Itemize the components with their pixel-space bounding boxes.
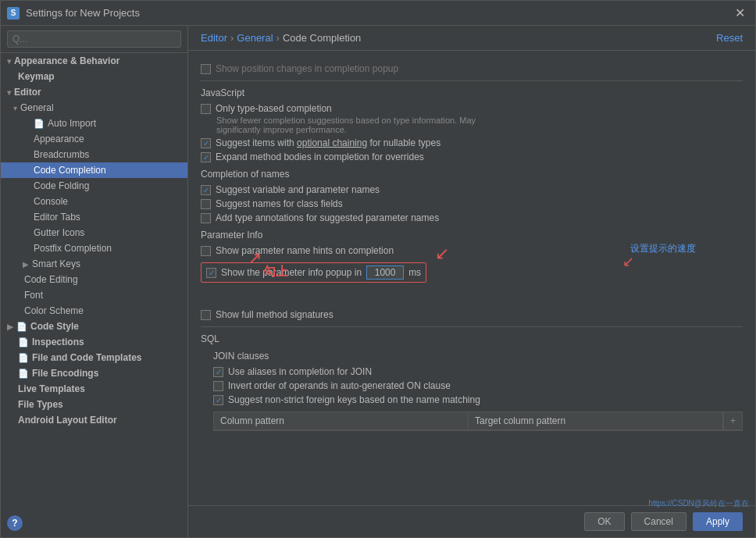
sidebar-label-file-and-code-templates: File and Code Templates bbox=[32, 352, 141, 363]
cancel-button[interactable]: Cancel bbox=[631, 512, 686, 531]
sidebar-item-appearance-behavior[interactable]: ▾Appearance & Behavior bbox=[1, 53, 187, 69]
ok-button[interactable]: OK bbox=[584, 512, 624, 531]
sidebar-item-live-templates[interactable]: Live Templates bbox=[1, 381, 187, 397]
close-button[interactable]: ✕ bbox=[730, 4, 749, 23]
full-method-checkbox[interactable] bbox=[201, 310, 211, 320]
parameter-info-section: Parameter Info bbox=[201, 230, 743, 240]
expand-method-checkbox[interactable] bbox=[201, 152, 211, 162]
tree-icon-code-style: 📄 bbox=[16, 322, 27, 332]
sidebar-label-appearance-behavior: Appearance & Behavior bbox=[14, 55, 119, 66]
type-annotations-row: Add type annotations for suggested param… bbox=[201, 212, 743, 223]
sidebar-item-gutter-icons[interactable]: Gutter Icons bbox=[1, 225, 187, 240]
sidebar-label-smart-keys: Smart Keys bbox=[32, 258, 80, 269]
type-based-row: Only type-based completion bbox=[201, 103, 743, 114]
tree-arrow-code-style: ▶ bbox=[7, 322, 13, 331]
tree-arrow-appearance-behavior: ▾ bbox=[7, 57, 11, 66]
sidebar-item-appearance[interactable]: Appearance bbox=[1, 131, 187, 147]
invert-operands-checkbox[interactable] bbox=[213, 381, 223, 391]
sidebar-label-code-editing: Code Editing bbox=[24, 274, 78, 285]
sidebar-item-editor-tabs[interactable]: Editor Tabs bbox=[1, 209, 187, 225]
param-hints-checkbox[interactable] bbox=[201, 246, 211, 256]
param-popup-input[interactable] bbox=[366, 265, 404, 280]
top-checkbox-row: Show position changes in completion popu… bbox=[201, 63, 743, 74]
class-fields-label: Suggest names for class fields bbox=[216, 198, 343, 209]
col-pattern-header: Column pattern bbox=[214, 412, 469, 429]
search-input[interactable] bbox=[7, 30, 181, 48]
sidebar-label-code-folding: Code Folding bbox=[34, 180, 89, 191]
breadcrumb: Editor › General › Code Completion Reset bbox=[188, 26, 755, 51]
divider-1 bbox=[201, 80, 743, 81]
sidebar-label-file-types: File Types bbox=[18, 399, 63, 410]
tree-icon-file-encodings: 📄 bbox=[18, 369, 29, 379]
sidebar-label-inspections: Inspections bbox=[32, 337, 84, 347]
help-button[interactable]: ? bbox=[7, 515, 23, 531]
full-method-row: Show full method signatures bbox=[201, 309, 743, 320]
sidebar-label-general: General bbox=[20, 102, 54, 113]
sidebar-item-keymap[interactable]: Keymap bbox=[1, 69, 187, 84]
sidebar-label-postfix-completion: Postfix Completion bbox=[34, 243, 112, 254]
sidebar-item-color-scheme[interactable]: Color Scheme bbox=[1, 303, 187, 319]
search-box[interactable] bbox=[1, 26, 187, 53]
type-annotations-checkbox[interactable] bbox=[201, 213, 211, 223]
variable-param-label: Suggest variable and parameter names bbox=[216, 184, 380, 195]
target-col-header: Target column pattern bbox=[469, 412, 723, 429]
sidebar-label-live-templates: Live Templates bbox=[18, 383, 85, 394]
reset-button[interactable]: Reset bbox=[716, 32, 743, 44]
sidebar-item-android-layout-editor[interactable]: Android Layout Editor bbox=[1, 412, 187, 428]
optional-chaining-row: Suggest items with optional chaining for… bbox=[201, 137, 743, 148]
add-row-button[interactable]: + bbox=[723, 412, 742, 429]
bottom-bar: https://CSDN@风铃在一直在 OK Cancel Apply bbox=[188, 505, 755, 537]
non-strict-fk-label: Suggest non-strict foreign keys based on… bbox=[228, 394, 480, 405]
arrow-up-icon: ↗ bbox=[248, 248, 262, 269]
app-icon: S bbox=[7, 7, 20, 20]
main-panel: Editor › General › Code Completion Reset… bbox=[188, 26, 755, 537]
sidebar-item-breadcrumbs[interactable]: Breadcrumbs bbox=[1, 147, 187, 162]
sidebar-label-code-style: Code Style bbox=[30, 321, 79, 332]
sidebar-item-editor[interactable]: ▾Editor bbox=[1, 84, 187, 100]
use-aliases-label: Use aliases in completion for JOIN bbox=[228, 366, 372, 377]
use-aliases-row: Use aliases in completion for JOIN bbox=[213, 366, 743, 377]
settings-tree: ▾Appearance & BehaviorKeymap▾Editor▾Gene… bbox=[1, 53, 187, 428]
sidebar-label-editor: Editor bbox=[14, 87, 41, 98]
optional-chaining-checkbox[interactable] bbox=[201, 138, 211, 148]
apply-button[interactable]: Apply bbox=[693, 512, 743, 531]
sidebar-item-code-completion[interactable]: Code Completion bbox=[1, 162, 187, 178]
sidebar-item-smart-keys[interactable]: ▶Smart Keys bbox=[1, 256, 187, 272]
use-aliases-checkbox[interactable] bbox=[213, 367, 223, 377]
tree-arrow-editor: ▾ bbox=[7, 88, 11, 97]
variable-param-checkbox[interactable] bbox=[201, 185, 211, 195]
sidebar-item-general[interactable]: ▾General bbox=[1, 100, 187, 116]
invert-operands-row: Invert order of operands in auto-generat… bbox=[213, 380, 743, 391]
sidebar-item-console[interactable]: Console bbox=[1, 194, 187, 209]
class-fields-checkbox[interactable] bbox=[201, 199, 211, 209]
param-popup-checkbox[interactable] bbox=[206, 268, 216, 278]
param-popup-label: Show the parameter info popup in bbox=[221, 267, 362, 278]
type-based-description: Show fewer completion suggestions based … bbox=[216, 116, 476, 134]
breadcrumb-current: Code Completion bbox=[283, 32, 361, 44]
sidebar-item-font[interactable]: Font bbox=[1, 287, 187, 303]
expand-method-label: Expand method bodies in completion for o… bbox=[216, 151, 424, 162]
sidebar-item-file-types[interactable]: File Types bbox=[1, 397, 187, 412]
breadcrumb-general[interactable]: General bbox=[237, 32, 273, 44]
breadcrumb-editor[interactable]: Editor bbox=[201, 32, 227, 44]
sidebar-item-postfix-completion[interactable]: Postfix Completion bbox=[1, 240, 187, 256]
sidebar-label-auto-import: Auto Import bbox=[48, 118, 96, 129]
param-popup-suffix: ms bbox=[408, 267, 421, 278]
sidebar-item-file-encodings[interactable]: 📄File Encodings bbox=[1, 365, 187, 381]
gou-shang-annotation: 勾上 bbox=[263, 264, 288, 280]
non-strict-fk-row: Suggest non-strict foreign keys based on… bbox=[213, 394, 743, 405]
show-position-checkbox[interactable] bbox=[201, 64, 211, 74]
non-strict-fk-checkbox[interactable] bbox=[213, 395, 223, 405]
sidebar-item-file-and-code-templates[interactable]: 📄File and Code Templates bbox=[1, 350, 187, 365]
param-hints-label: Show parameter name hints on completion bbox=[216, 245, 394, 256]
sidebar-item-code-editing[interactable]: Code Editing bbox=[1, 272, 187, 287]
type-based-label: Only type-based completion bbox=[216, 103, 332, 114]
sidebar-item-auto-import[interactable]: 📄Auto Import bbox=[1, 116, 187, 131]
full-method-label: Show full method signatures bbox=[216, 309, 333, 320]
sidebar-item-code-folding[interactable]: Code Folding bbox=[1, 178, 187, 194]
sidebar-label-breadcrumbs: Breadcrumbs bbox=[34, 149, 89, 160]
sidebar-item-inspections[interactable]: 📄Inspections bbox=[1, 334, 187, 350]
sidebar-item-code-style[interactable]: ▶📄Code Style bbox=[1, 319, 187, 334]
type-based-checkbox[interactable] bbox=[201, 104, 211, 114]
invert-operands-label: Invert order of operands in auto-generat… bbox=[228, 380, 451, 391]
